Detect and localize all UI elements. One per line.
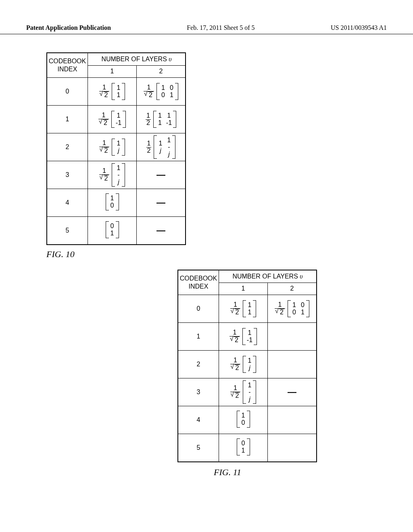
layer1-cell: 1211: [88, 78, 137, 106]
table-row: 1121-1: [178, 323, 317, 351]
codebook-index-cell: 3: [178, 378, 219, 406]
header-layer-2: 2: [268, 283, 317, 295]
layer1-cell: 121j: [219, 351, 268, 378]
header-num-layers: NUMBER OF LAYERS υ: [88, 53, 186, 65]
layer2-cell: —: [137, 189, 186, 217]
layer1-cell: 121-j: [219, 378, 268, 406]
fig11-table: CODEBOOKINDEXNUMBER OF LAYERS υ120121112…: [177, 270, 317, 462]
table-row: 01211121001: [178, 295, 317, 323]
layer2-cell: [268, 351, 317, 378]
header-codebook-index: CODEBOOKINDEX: [178, 270, 219, 295]
codebook-index-cell: 4: [47, 189, 88, 217]
table-row: 01211121001: [47, 78, 186, 106]
fig10-caption: FIG. 10: [0, 249, 413, 260]
codebook-index-cell: 1: [47, 106, 88, 133]
header-layer-1: 1: [219, 283, 268, 295]
layer2-cell: 121001: [137, 78, 186, 106]
header-num-layers: NUMBER OF LAYERS υ: [219, 270, 317, 283]
table-row: 501—: [47, 217, 186, 245]
figure-10: CODEBOOKINDEXNUMBER OF LAYERS υ120121112…: [0, 52, 413, 245]
codebook-index-cell: 0: [47, 78, 88, 106]
layer1-cell: 121-j: [88, 161, 137, 189]
header-left: Patent Application Publication: [26, 24, 111, 31]
fig10-table: CODEBOOKINDEXNUMBER OF LAYERS υ120121112…: [46, 52, 186, 245]
header-layer-1: 1: [88, 65, 137, 78]
layer1-cell: 1211: [219, 295, 268, 323]
layer2-cell: —: [137, 161, 186, 189]
table-row: 1121-112111-1: [47, 106, 186, 133]
layer1-cell: 10: [219, 406, 268, 434]
table-row: 410—: [47, 189, 186, 217]
codebook-index-cell: 2: [47, 133, 88, 161]
layer2-cell: [268, 434, 317, 462]
layer2-cell: 121001: [268, 295, 317, 323]
layer2-cell: [268, 323, 317, 351]
layer1-cell: 121-1: [219, 323, 268, 351]
codebook-index-cell: 5: [47, 217, 88, 245]
table-row: 501: [178, 434, 317, 462]
codebook-index-cell: 3: [47, 161, 88, 189]
layer2-cell: 12111-1: [137, 106, 186, 133]
codebook-index-cell: 1: [178, 323, 219, 351]
codebook-index-cell: 4: [178, 406, 219, 434]
layer1-cell: 121j: [88, 133, 137, 161]
header-codebook-index: CODEBOOKINDEX: [47, 53, 88, 78]
table-row: 410: [178, 406, 317, 434]
layer1-cell: 01: [219, 434, 268, 462]
layer2-cell: 121j1-j: [137, 133, 186, 161]
figure-11: CODEBOOKINDEXNUMBER OF LAYERS υ120121112…: [0, 270, 413, 462]
codebook-index-cell: 5: [178, 434, 219, 462]
codebook-index-cell: 2: [178, 351, 219, 378]
layer2-cell: [268, 406, 317, 434]
codebook-index-cell: 0: [178, 295, 219, 323]
header-center: Feb. 17, 2011 Sheet 5 of 5: [187, 24, 254, 31]
page-header: Patent Application Publication Feb. 17, …: [0, 0, 413, 34]
header-right: US 2011/0039543 A1: [331, 24, 387, 31]
layer2-cell: —: [137, 217, 186, 245]
layer1-cell: 10: [88, 189, 137, 217]
header-layer-2: 2: [137, 65, 186, 78]
layer2-cell: —: [268, 378, 317, 406]
layer1-cell: 121-1: [88, 106, 137, 133]
table-row: 2121j: [178, 351, 317, 378]
layer1-cell: 01: [88, 217, 137, 245]
table-row: 3121-j—: [47, 161, 186, 189]
table-row: 3121-j—: [178, 378, 317, 406]
fig11-caption: FIG. 11: [0, 467, 413, 478]
table-row: 2121j121j1-j: [47, 133, 186, 161]
